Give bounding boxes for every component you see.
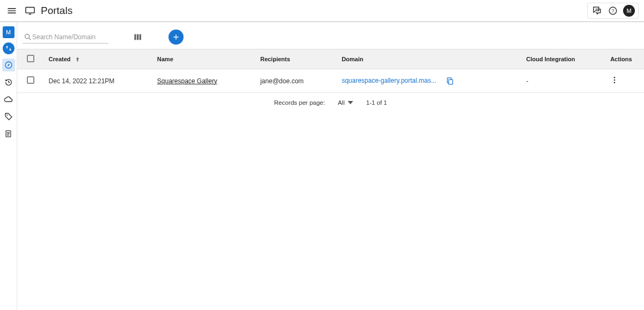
portal-name-link[interactable]: Squarespace Gallery bbox=[157, 77, 217, 85]
cell-created: Dec 14, 2022 12:21PM bbox=[45, 69, 153, 93]
sidebar-workspace[interactable]: M bbox=[3, 26, 14, 38]
sidebar-item-tags[interactable] bbox=[2, 110, 15, 123]
row-checkbox[interactable] bbox=[27, 76, 34, 84]
pagination: Records per page: All 1-1 of 1 bbox=[17, 93, 644, 112]
title-wrap: Portals bbox=[25, 5, 72, 17]
svg-point-12 bbox=[614, 77, 616, 78]
row-actions-button[interactable] bbox=[610, 76, 619, 84]
select-all-checkbox[interactable] bbox=[27, 55, 34, 62]
column-header-recipients[interactable]: Recipients bbox=[256, 49, 338, 69]
svg-rect-9 bbox=[137, 34, 138, 40]
page-size-value: All bbox=[338, 99, 345, 106]
portals-table: Created Name Recipients Domain Cloud Int… bbox=[17, 49, 644, 93]
topbar: Portals ? M bbox=[0, 0, 644, 22]
chat-icon bbox=[592, 6, 602, 16]
sort-asc-icon bbox=[75, 56, 80, 62]
svg-rect-8 bbox=[134, 34, 136, 40]
table-row[interactable]: Dec 14, 2022 12:21PM Squarespace Gallery… bbox=[17, 69, 644, 93]
cell-cloud: - bbox=[522, 69, 606, 93]
svg-rect-0 bbox=[26, 8, 34, 13]
svg-point-14 bbox=[614, 82, 616, 83]
pagination-label: Records per page: bbox=[274, 99, 325, 106]
menu-button[interactable] bbox=[5, 4, 18, 17]
dropdown-icon bbox=[348, 101, 353, 104]
page-size-select[interactable]: All bbox=[338, 99, 353, 106]
cell-recipients: jane@doe.com bbox=[256, 69, 338, 93]
tag-icon bbox=[4, 112, 13, 121]
svg-point-13 bbox=[614, 80, 616, 81]
main-content: Created Name Recipients Domain Cloud Int… bbox=[17, 22, 644, 310]
search-icon bbox=[24, 33, 32, 41]
portal-domain-link[interactable]: squarespace-gallery.portal.mas... bbox=[342, 77, 437, 84]
cloud-icon bbox=[4, 96, 13, 103]
sidebar: M bbox=[0, 22, 17, 310]
column-header-created[interactable]: Created bbox=[45, 49, 153, 69]
compass-icon bbox=[4, 61, 13, 69]
svg-text:?: ? bbox=[611, 8, 614, 13]
table-header-row: Created Name Recipients Domain Cloud Int… bbox=[17, 49, 644, 69]
column-header-name[interactable]: Name bbox=[153, 49, 256, 69]
sidebar-item-cloud[interactable] bbox=[2, 93, 15, 106]
portal-icon bbox=[25, 6, 35, 15]
svg-rect-10 bbox=[140, 34, 141, 40]
sidebar-item-transfer[interactable] bbox=[3, 42, 14, 54]
pagination-range: 1-1 of 1 bbox=[366, 99, 387, 106]
column-header-domain[interactable]: Domain bbox=[338, 49, 522, 69]
columns-button[interactable] bbox=[132, 31, 144, 43]
history-icon bbox=[4, 78, 13, 86]
copy-icon[interactable] bbox=[446, 77, 454, 85]
plus-icon bbox=[172, 33, 180, 41]
sidebar-item-portals[interactable] bbox=[2, 59, 15, 71]
column-header-cloud[interactable]: Cloud Integration bbox=[522, 49, 606, 69]
document-icon bbox=[4, 129, 12, 138]
search-field[interactable] bbox=[23, 31, 108, 44]
svg-point-7 bbox=[25, 34, 30, 38]
svg-point-5 bbox=[6, 114, 8, 116]
svg-rect-11 bbox=[449, 80, 453, 84]
sidebar-item-files[interactable] bbox=[2, 127, 15, 140]
sidebar-item-history[interactable] bbox=[2, 76, 15, 89]
help-button[interactable]: ? bbox=[607, 5, 619, 17]
svg-rect-1 bbox=[29, 14, 32, 15]
user-avatar[interactable]: M bbox=[623, 5, 635, 17]
column-label: Created bbox=[49, 56, 71, 62]
hamburger-icon bbox=[6, 5, 17, 16]
feedback-button[interactable] bbox=[591, 5, 603, 17]
add-portal-button[interactable] bbox=[169, 30, 184, 45]
page-title: Portals bbox=[41, 5, 72, 17]
search-input[interactable] bbox=[32, 33, 102, 41]
topbar-actions: ? M bbox=[587, 3, 639, 19]
swap-icon bbox=[5, 45, 12, 52]
toolbar bbox=[17, 22, 644, 49]
help-icon: ? bbox=[608, 6, 618, 16]
column-header-actions: Actions bbox=[606, 49, 644, 69]
columns-icon bbox=[134, 33, 142, 41]
